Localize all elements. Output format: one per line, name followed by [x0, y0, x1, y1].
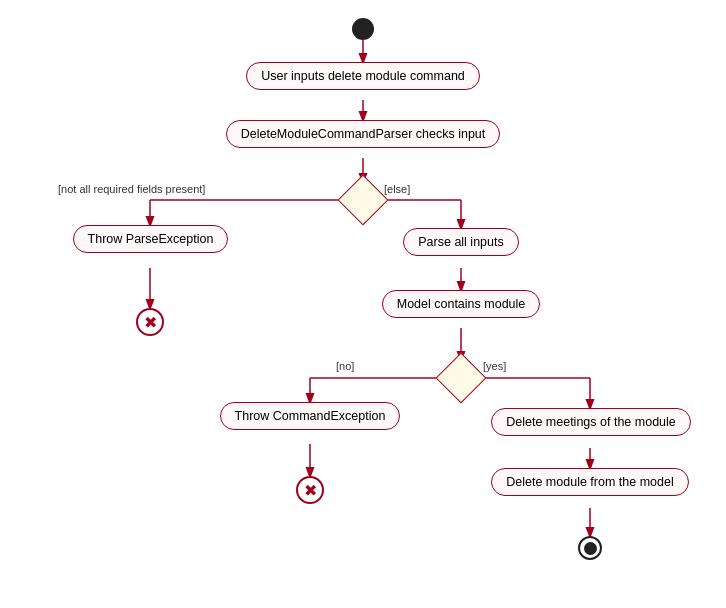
node-delete-module-label: Delete module from the model	[491, 468, 688, 496]
start-node	[352, 18, 374, 40]
label-yes: [yes]	[483, 360, 506, 372]
activity-diagram: User inputs delete module command Delete…	[0, 0, 726, 608]
node-model-contains-label: Model contains module	[382, 290, 541, 318]
end-node-1: ✖	[136, 308, 164, 336]
node-user-inputs-label: User inputs delete module command	[246, 62, 480, 90]
node-user-inputs: User inputs delete module command	[210, 62, 516, 90]
node-parser-checks-label: DeleteModuleCommandParser checks input	[226, 120, 501, 148]
end-node-3	[578, 536, 602, 560]
node-parser-checks: DeleteModuleCommandParser checks input	[188, 120, 538, 148]
node-parse-inputs-label: Parse all inputs	[403, 228, 518, 256]
label-not-all-required: [not all required fields present]	[58, 183, 205, 195]
arrows-svg	[0, 0, 726, 608]
end-node-2: ✖	[296, 476, 324, 504]
node-delete-meetings-label: Delete meetings of the module	[491, 408, 691, 436]
start-circle	[352, 18, 374, 40]
label-else: [else]	[384, 183, 410, 195]
x-circle-2: ✖	[296, 476, 324, 504]
node-throw-command-label: Throw CommandException	[220, 402, 401, 430]
node-parse-inputs: Parse all inputs	[390, 228, 532, 256]
node-throw-parse: Throw ParseException	[68, 225, 233, 253]
diamond1	[345, 182, 381, 218]
node-model-contains: Model contains module	[370, 290, 552, 318]
diamond2	[443, 360, 479, 396]
node-delete-module: Delete module from the model	[462, 468, 718, 496]
label-no: [no]	[336, 360, 354, 372]
node-delete-meetings: Delete meetings of the module	[460, 408, 722, 436]
node-throw-parse-label: Throw ParseException	[73, 225, 229, 253]
end-circle	[578, 536, 602, 560]
node-throw-command: Throw CommandException	[210, 402, 410, 430]
x-circle-1: ✖	[136, 308, 164, 336]
